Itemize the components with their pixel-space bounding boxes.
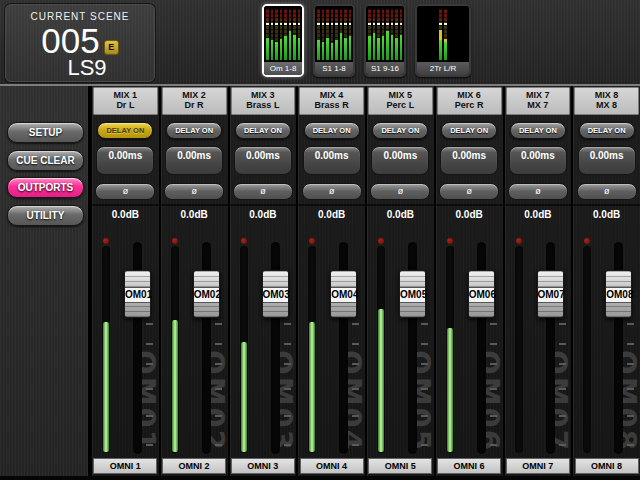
output-port-label: OMNI 8 xyxy=(575,458,639,474)
phase-button[interactable]: ø xyxy=(439,183,499,200)
fader-scale-tick xyxy=(421,444,428,446)
delay-time-display[interactable]: 0.00ms xyxy=(578,146,636,175)
strip-header: MIX 1 Dr L xyxy=(93,87,158,115)
bottom-edge xyxy=(0,476,640,480)
fader-scale-tick xyxy=(559,323,566,325)
delay-time-display[interactable]: 0.00ms xyxy=(165,146,223,175)
meter-tab-label: 2Tr L/R xyxy=(417,62,469,75)
meter-peak-dot xyxy=(172,238,178,244)
fader-scale-tick xyxy=(421,363,428,365)
meter-bar xyxy=(275,9,278,60)
phase-button[interactable]: ø xyxy=(302,183,362,200)
console-model: LS9 xyxy=(6,57,154,79)
strip-mix-number: MIX 8 xyxy=(575,90,638,100)
fader-scale-tick xyxy=(352,415,359,417)
phase-button[interactable]: ø xyxy=(95,183,155,200)
meter-bar xyxy=(340,9,343,60)
fader-scale-tick xyxy=(146,363,153,365)
meter-bar xyxy=(344,9,347,60)
setup-button[interactable]: SETUP xyxy=(7,122,84,143)
meter-tab-om-1-8[interactable]: Om 1-8 xyxy=(262,4,304,77)
fader-scale-tick xyxy=(146,444,153,446)
fader-scale-tick xyxy=(421,343,428,345)
meter-bars xyxy=(264,6,302,62)
meter-bar xyxy=(298,9,301,60)
scene-number-row: 005E xyxy=(6,23,154,59)
fader-handle[interactable]: OM02 xyxy=(193,270,220,318)
fader-scale-tick xyxy=(215,415,222,417)
phase-button[interactable]: ø xyxy=(233,183,293,200)
meter-tab-2tr-l-r[interactable]: 2Tr L/R xyxy=(415,4,471,77)
fader-area: OM05 OM05 xyxy=(367,224,434,456)
delay-time-display[interactable]: 0.00ms xyxy=(234,146,292,175)
section-divider xyxy=(367,204,434,206)
phase-button[interactable]: ø xyxy=(508,183,568,200)
meter-tab-s1-1-8[interactable]: S1 1-8 xyxy=(313,4,355,77)
strip-header: MIX 5 Perc L xyxy=(368,87,433,115)
fader-scale-tick xyxy=(352,363,359,365)
meter-bar xyxy=(349,9,352,60)
channel-meter xyxy=(102,246,110,453)
fader-handle[interactable]: OM03 xyxy=(262,270,289,318)
meter-tab-label: S1 9-16 xyxy=(366,62,404,75)
meter-bar xyxy=(395,9,398,60)
fader-handle[interactable]: OM01 xyxy=(124,270,151,318)
meter-bar xyxy=(444,9,447,60)
outports-button[interactable]: OUTPORTS xyxy=(7,177,84,198)
meter-bar xyxy=(439,9,442,60)
fader-scale-tick xyxy=(627,343,634,345)
channel-strip: MIX 4 Brass R DELAY ON 0.00ms ø 0.0dB OM… xyxy=(296,86,365,480)
fader-handle[interactable]: OM05 xyxy=(399,270,426,318)
delay-on-button[interactable]: DELAY ON xyxy=(510,122,566,139)
fader-scale-tick xyxy=(490,323,497,325)
channel-meter xyxy=(446,246,454,453)
delay-on-button[interactable]: DELAY ON xyxy=(372,122,428,139)
delay-time-display[interactable]: 0.00ms xyxy=(371,146,429,175)
strip-mix-number: MIX 7 xyxy=(507,90,570,100)
meter-fill xyxy=(172,320,178,452)
output-port-label: OMNI 6 xyxy=(437,458,501,474)
fader-handle[interactable]: OM04 xyxy=(330,270,357,318)
fader-scale-tick xyxy=(146,388,153,390)
delay-time-display[interactable]: 0.00ms xyxy=(509,146,567,175)
phase-button[interactable]: ø xyxy=(577,183,637,200)
fader-handle[interactable]: OM07 xyxy=(537,270,564,318)
delay-time-display[interactable]: 0.00ms xyxy=(96,146,154,175)
strip-header: MIX 3 Brass L xyxy=(231,87,296,115)
strip-channel-name: Brass R xyxy=(300,100,363,110)
delay-on-button[interactable]: DELAY ON xyxy=(166,122,222,139)
fader-level-value: 0.0dB xyxy=(505,209,572,220)
fader-scale-tick xyxy=(284,343,291,345)
channel-strip: MIX 1 Dr L DELAY ON 0.00ms ø 0.0dB OM01 … xyxy=(90,86,159,480)
section-divider xyxy=(436,204,503,206)
channel-meter xyxy=(171,246,179,453)
strip-channel-name: Brass L xyxy=(232,100,295,110)
phase-button[interactable]: ø xyxy=(164,183,224,200)
fader-scale-tick xyxy=(627,323,634,325)
meter-bar xyxy=(373,9,376,60)
fader-scale-tick xyxy=(146,343,153,345)
delay-on-button[interactable]: DELAY ON xyxy=(97,122,153,139)
channel-strip: MIX 5 Perc L DELAY ON 0.00ms ø 0.0dB OM0… xyxy=(365,86,434,480)
fader-level-value: 0.0dB xyxy=(436,209,503,220)
phase-button[interactable]: ø xyxy=(370,183,430,200)
delay-time-display[interactable]: 0.00ms xyxy=(303,146,361,175)
fader-area: OM04 OM04 xyxy=(298,224,365,456)
delay-time-display[interactable]: 0.00ms xyxy=(440,146,498,175)
delay-on-button[interactable]: DELAY ON xyxy=(235,122,291,139)
top-bar: CURRENT SCENE 005E LS9 Om 1-8S1 1-8S1 9-… xyxy=(0,0,640,86)
fader-area: OM01 OM01 xyxy=(92,224,159,456)
fader-handle-label: OM05 xyxy=(400,287,425,303)
fader-scale-tick xyxy=(559,444,566,446)
delay-on-button[interactable]: DELAY ON xyxy=(304,122,360,139)
delay-on-button[interactable]: DELAY ON xyxy=(579,122,635,139)
cue-clear-button[interactable]: CUE CLEAR xyxy=(7,150,84,171)
meter-tab-s1-9-16[interactable]: S1 9-16 xyxy=(364,4,406,77)
strip-header: MIX 6 Perc R xyxy=(437,87,502,115)
fader-handle[interactable]: OM08 xyxy=(605,270,632,318)
utility-button[interactable]: UTILITY xyxy=(7,205,84,226)
section-divider xyxy=(230,204,297,206)
fader-handle[interactable]: OM06 xyxy=(468,270,495,318)
fader-handle-label: OM06 xyxy=(469,287,494,303)
delay-on-button[interactable]: DELAY ON xyxy=(441,122,497,139)
